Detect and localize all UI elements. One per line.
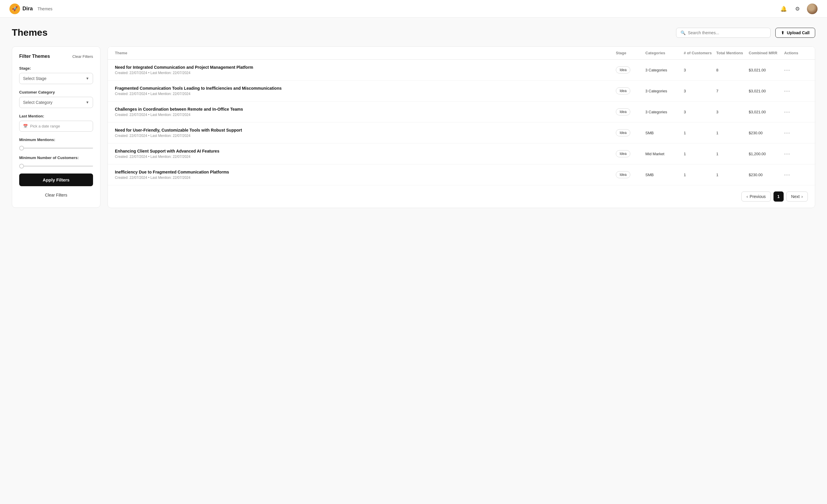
row-actions-button[interactable]: ··· [784,130,790,136]
mrr-cell: $1,200.00 [749,152,784,156]
theme-name[interactable]: Need for Integrated Communication and Pr… [115,65,616,70]
categories-cell: SMB [645,173,684,177]
theme-meta: Created: 22/07/2024 • Last Mention: 22/0… [115,134,616,138]
search-box: 🔍 [676,28,771,38]
col-actions: Actions [784,51,808,55]
theme-name[interactable]: Enhancing Client Support with Advanced A… [115,149,616,154]
bell-icon: 🔔 [780,6,787,12]
stage-badge: Idea [616,171,630,178]
mentions-cell: 7 [716,89,749,93]
category-select-wrapper: Select Category SMB Mid Market Enterpris… [19,97,93,108]
chevron-left-icon: ‹ [746,194,748,199]
settings-button[interactable]: ⚙ [794,4,801,13]
page-title: Themes [12,27,48,38]
theme-name[interactable]: Fragmented Communication Tools Leading t… [115,86,616,91]
chevron-right-icon: › [801,194,803,199]
theme-cell: Need for Integrated Communication and Pr… [115,65,616,75]
theme-name[interactable]: Challenges in Coordination between Remot… [115,107,616,112]
mrr-cell: $3,021.00 [749,89,784,93]
table-row: Need for Integrated Communication and Pr… [108,60,815,80]
apply-filters-button[interactable]: Apply Filters [19,173,93,186]
theme-cell: Inefficiency Due to Fragmented Communica… [115,170,616,180]
col-stage: Stage [616,51,645,55]
row-actions-button[interactable]: ··· [784,109,790,115]
theme-cell: Fragmented Communication Tools Leading t… [115,86,616,96]
min-customers-slider[interactable] [19,166,93,167]
filter-title: Filter Themes [19,54,50,59]
themes-table: Theme Stage Categories # of Customers To… [107,46,815,208]
categories-cell: 3 Categories [645,68,684,72]
row-actions-button[interactable]: ··· [784,67,790,73]
table-header: Theme Stage Categories # of Customers To… [108,47,815,60]
mentions-cell: 3 [716,110,749,114]
stage-cell: Idea [616,129,645,136]
next-button[interactable]: Next › [786,191,808,202]
col-mentions: Total Mentions [716,51,749,55]
calendar-icon: 📅 [23,124,28,128]
actions-cell: ··· [784,67,808,73]
filter-panel: Filter Themes Clear Filters Stage: Selec… [12,46,100,208]
actions-cell: ··· [784,130,808,136]
mentions-cell: 1 [716,173,749,177]
customers-cell: 1 [684,152,716,156]
categories-cell: 3 Categories [645,110,684,114]
table-row: Enhancing Client Support with Advanced A… [108,144,815,164]
page-number[interactable]: 1 [773,191,784,202]
stage-select[interactable]: Select Stage Idea Planned In Progress Do… [19,73,93,84]
upload-icon: ⬆ [781,31,784,35]
mrr-cell: $3,021.00 [749,110,784,114]
stage-badge: Idea [616,87,630,95]
previous-button[interactable]: ‹ Previous [741,191,771,202]
last-mention-label: Last Mention: [19,114,93,118]
actions-cell: ··· [784,151,808,157]
upload-call-button[interactable]: ⬆ Upload Call [775,28,815,38]
clear-filters-top-button[interactable]: Clear Filters [72,54,93,59]
stage-badge: Idea [616,108,630,115]
stage-cell: Idea [616,87,645,95]
actions-cell: ··· [784,172,808,178]
stage-badge: Idea [616,129,630,136]
actions-cell: ··· [784,88,808,94]
col-mrr: Combined MRR [749,51,784,55]
theme-name[interactable]: Inefficiency Due to Fragmented Communica… [115,170,616,174]
search-icon: 🔍 [681,31,685,35]
mrr-cell: $3,021.00 [749,68,784,72]
notification-button[interactable]: 🔔 [779,4,788,13]
table-row: Need for User-Friendly, Customizable Too… [108,122,815,144]
category-label: Customer Category [19,90,93,95]
customers-cell: 1 [684,131,716,135]
table-row: Challenges in Coordination between Remot… [108,102,815,122]
logo-icon: 🚀 [9,4,20,14]
customers-cell: 1 [684,173,716,177]
mrr-cell: $230.00 [749,131,784,135]
avatar[interactable] [807,4,818,14]
theme-cell: Need for User-Friendly, Customizable Too… [115,128,616,138]
date-range-input[interactable]: 📅 Pick a date range [19,121,93,131]
stage-cell: Idea [616,150,645,157]
theme-cell: Enhancing Client Support with Advanced A… [115,149,616,159]
search-input[interactable] [688,31,766,35]
theme-cell: Challenges in Coordination between Remot… [115,107,616,117]
category-select[interactable]: Select Category SMB Mid Market Enterpris… [19,97,93,108]
date-placeholder: Pick a date range [30,124,60,128]
logo[interactable]: 🚀 Dira [9,4,33,14]
avatar-image [807,4,818,14]
stage-label: Stage: [19,66,93,70]
stage-badge: Idea [616,66,630,73]
row-actions-button[interactable]: ··· [784,151,790,157]
min-mentions-slider[interactable] [19,148,93,149]
table-row: Fragmented Communication Tools Leading t… [108,80,815,102]
row-actions-button[interactable]: ··· [784,88,790,94]
col-categories: Categories [645,51,684,55]
col-customers: # of Customers [684,51,716,55]
pagination: ‹ Previous 1 Next › [108,185,815,208]
col-theme: Theme [115,51,616,55]
customers-cell: 3 [684,110,716,114]
row-actions-button[interactable]: ··· [784,172,790,178]
theme-meta: Created: 22/07/2024 • Last Mention: 22/0… [115,155,616,159]
theme-meta: Created: 22/07/2024 • Last Mention: 22/0… [115,176,616,180]
categories-cell: SMB [645,131,684,135]
clear-filters-button[interactable]: Clear Filters [19,190,93,201]
theme-name[interactable]: Need for User-Friendly, Customizable Too… [115,128,616,132]
customers-cell: 3 [684,89,716,93]
